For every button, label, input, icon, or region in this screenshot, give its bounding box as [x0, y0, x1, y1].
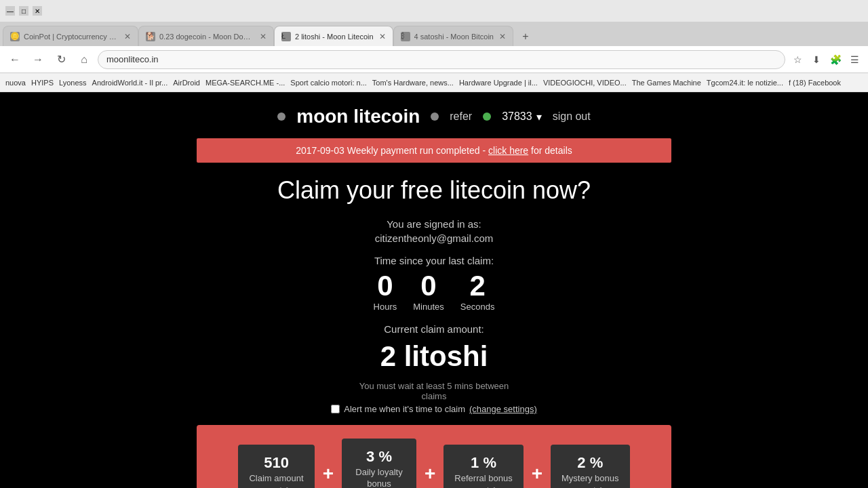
forward-button[interactable]: → [28, 50, 47, 69]
plus-icon-1: + [315, 463, 342, 485]
bookmark-androidworld[interactable]: AndroidWorld.it - Il pr... [92, 79, 168, 87]
balance-dot [483, 113, 491, 121]
tab-title-litecoin: 2 litoshi - Moon Litecoin [295, 33, 374, 41]
alert-link[interactable]: click here [488, 145, 528, 156]
plus-icon-2: + [416, 463, 443, 485]
tab-coinpot[interactable]: 🪙 CoinPot | Cryptocurrency m... ✕ [3, 26, 138, 46]
bookmark-sport[interactable]: Sport calcio motori: n... [290, 79, 367, 87]
tab-close-coinpot[interactable]: ✕ [124, 32, 131, 41]
tab-close-litecoin[interactable]: ✕ [379, 32, 386, 41]
claim-label: Current claim amount: [0, 323, 868, 335]
bonus-referral-more-link[interactable]: more info [454, 486, 512, 489]
timer-label: Time since your last claim: [0, 255, 868, 266]
bonus-section: 510 Claim amount more info + 3 % Daily l… [197, 425, 671, 488]
tab-favicon-coinpot: 🪙 [10, 32, 20, 41]
timer-hours-unit: 0 Hours [374, 272, 397, 312]
sign-out-link[interactable]: sign out [553, 110, 591, 123]
tab-dogecoin[interactable]: 🐕 0.23 dogecoin - Moon Doge... ✕ [138, 26, 274, 46]
bookmarks-bar: nuova HYIPS Lyoness AndroidWorld.it - Il… [0, 73, 868, 92]
bonus-mystery-more-link[interactable]: more info [561, 486, 619, 489]
reload-button[interactable]: ↻ [52, 50, 71, 69]
balance-area: 37833 ▾ [502, 110, 542, 123]
bookmark-hyips[interactable]: HYIPS [31, 79, 54, 87]
signed-in-label: You are signed in as: [0, 218, 868, 230]
refer-link[interactable]: refer [450, 110, 472, 123]
timer-seconds-value: 2 [460, 272, 495, 300]
balance-value: 37833 [502, 110, 532, 123]
bonus-card-daily: 3 % Daily loyalty bonus more info [342, 439, 416, 488]
bonus-row: 510 Claim amount more info + 3 % Daily l… [210, 439, 658, 488]
bonus-daily-label: Daily loyalty [353, 467, 406, 477]
back-button[interactable]: ← [5, 50, 24, 69]
timer-minutes-label: Minutes [413, 302, 444, 312]
extensions-icon[interactable]: 🧩 [827, 52, 844, 68]
bookmark-tgcom[interactable]: Tgcom24.it: le notizie... [707, 79, 783, 87]
menu-icon[interactable]: ☰ [846, 52, 863, 68]
bookmark-star-icon[interactable]: ☆ [789, 52, 806, 68]
home-button[interactable]: ⌂ [75, 50, 94, 69]
bookmark-facebook[interactable]: f (18) Facebook [789, 79, 841, 87]
site-header: moon litecoin refer 37833 ▾ sign out [0, 106, 868, 127]
change-settings-link[interactable]: (change settings) [469, 404, 537, 414]
tabs-bar: 🪙 CoinPot | Cryptocurrency m... ✕ 🐕 0.23… [0, 22, 868, 46]
bookmark-hwupgrade[interactable]: Hardware Upgrade | il... [459, 79, 538, 87]
bonus-card-mystery: 2 % Mystery bonus more info [551, 445, 630, 489]
plus-icon-3: + [524, 463, 551, 485]
timer-seconds-label: Seconds [460, 302, 495, 312]
tab-title-dogecoin: 0.23 dogecoin - Moon Doge... [159, 33, 254, 41]
timer-display: 0 Hours 0 Minutes 2 Seconds [0, 272, 868, 312]
timer-hours-label: Hours [374, 302, 397, 312]
timer-minutes-value: 0 [413, 272, 444, 300]
claim-value: 2 litoshi [0, 340, 868, 373]
main-title: Claim your free litecoin now? [0, 176, 868, 205]
alert-suffix: for details [531, 145, 572, 156]
bookmark-videogiochi[interactable]: VIDEOGIOCHI, VIDEO... [543, 79, 627, 87]
address-bar: ← → ↻ ⌂ ☆ ⬇ 🧩 ☰ [0, 46, 868, 73]
timer-hours-value: 0 [374, 272, 397, 300]
maximize-button[interactable]: □ [19, 6, 28, 16]
download-icon[interactable]: ⬇ [808, 52, 825, 68]
bonus-card-referral: 1 % Referral bonus more info [443, 445, 523, 489]
bonus-claim-more-link[interactable]: more info [249, 486, 303, 489]
bonus-referral-pct: 1 % [454, 454, 512, 472]
alert-banner: 2017-09-03 Weekly payment run completed … [197, 138, 671, 163]
bookmark-gamesmachine[interactable]: The Games Machine [632, 79, 701, 87]
window-controls: — □ ✕ [5, 6, 42, 16]
tab-bitcoin[interactable]: ₿ 4 satoshi - Moon Bitcoin ✕ [393, 26, 513, 46]
alert-checkbox-label: Alert me when it's time to claim [344, 404, 465, 414]
close-button[interactable]: ✕ [33, 6, 42, 16]
tab-title-coinpot: CoinPot | Cryptocurrency m... [24, 33, 119, 41]
bonus-mystery-label: Mystery bonus [561, 473, 619, 483]
bookmark-tomshardware[interactable]: Tom's Hardware, news... [372, 79, 454, 87]
balance-dropdown-icon[interactable]: ▾ [536, 110, 542, 123]
url-input[interactable] [98, 50, 785, 69]
bonus-daily-label2: bonus [353, 479, 406, 488]
page-content: moon litecoin refer 37833 ▾ sign out 201… [0, 92, 868, 488]
bonus-mystery-pct: 2 % [561, 454, 619, 472]
browser-chrome: — □ ✕ 🪙 CoinPot | Cryptocurrency m... ✕ … [0, 0, 868, 92]
bonus-claim-label: Claim amount [249, 473, 303, 483]
tab-favicon-dogecoin: 🐕 [146, 32, 155, 41]
alert-message: 2017-09-03 Weekly payment run completed … [296, 145, 486, 156]
timer-seconds-unit: 2 Seconds [460, 272, 495, 312]
tab-title-bitcoin: 4 satoshi - Moon Bitcoin [414, 33, 494, 41]
alert-checkbox[interactable] [331, 405, 340, 413]
tab-litecoin[interactable]: Ł 2 litoshi - Moon Litecoin ✕ [274, 26, 393, 46]
bookmark-nuova[interactable]: nuova [5, 79, 26, 87]
user-email: citizentheonly@gmail.com [0, 232, 868, 244]
alert-checkbox-row: Alert me when it's time to claim (change… [0, 404, 868, 414]
bookmark-airdroid[interactable]: AirDroid [173, 79, 200, 87]
bonus-referral-label: Referral bonus [454, 473, 512, 483]
bookmark-mega[interactable]: MEGA-SEARCH.ME -... [205, 79, 285, 87]
tab-close-bitcoin[interactable]: ✕ [499, 32, 506, 41]
header-dot-left [277, 113, 285, 121]
toolbar-icons: ☆ ⬇ 🧩 ☰ [789, 52, 863, 68]
bonus-claim-value: 510 [249, 454, 303, 472]
minimize-button[interactable]: — [5, 6, 15, 16]
new-tab-button[interactable]: + [516, 27, 535, 46]
tab-close-dogecoin[interactable]: ✕ [260, 32, 267, 41]
bookmark-lyoness[interactable]: Lyoness [59, 79, 87, 87]
tab-favicon-bitcoin: ₿ [401, 32, 410, 41]
wait-message: You must wait at least 5 mins between cl… [0, 381, 868, 401]
timer-minutes-unit: 0 Minutes [413, 272, 444, 312]
